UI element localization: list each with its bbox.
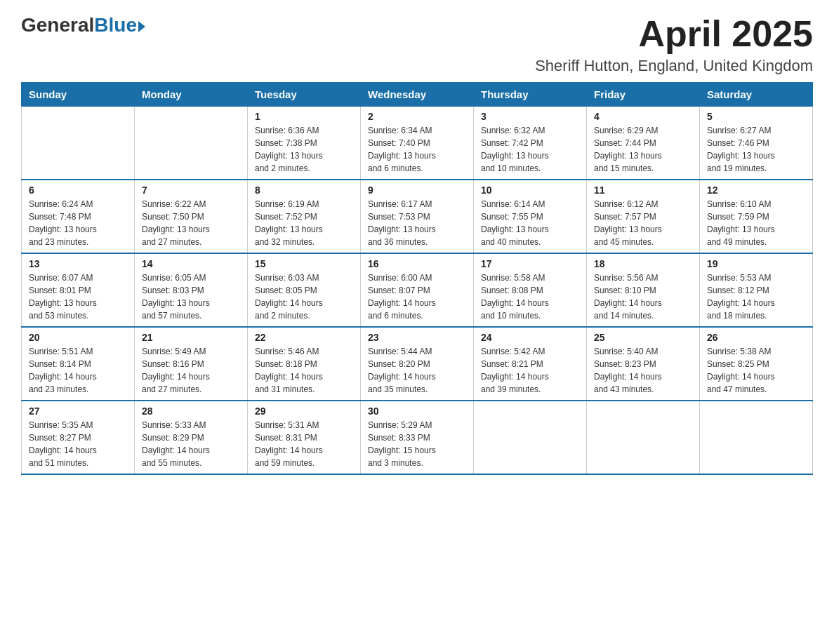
day-number: 9 xyxy=(368,185,466,196)
day-number: 16 xyxy=(368,258,466,269)
calendar-cell xyxy=(700,401,813,474)
calendar-cell: 7Sunrise: 6:22 AM Sunset: 7:50 PM Daylig… xyxy=(135,180,248,253)
day-number: 1 xyxy=(255,111,353,122)
calendar-cell: 6Sunrise: 6:24 AM Sunset: 7:48 PM Daylig… xyxy=(22,180,135,253)
day-info: Sunrise: 5:33 AM Sunset: 8:29 PM Dayligh… xyxy=(142,419,240,469)
day-number: 29 xyxy=(255,405,353,417)
calendar-cell: 29Sunrise: 5:31 AM Sunset: 8:31 PM Dayli… xyxy=(248,401,361,474)
day-info: Sunrise: 5:46 AM Sunset: 8:18 PM Dayligh… xyxy=(255,345,353,396)
day-number: 8 xyxy=(255,185,353,196)
calendar-table: SundayMondayTuesdayWednesdayThursdayFrid… xyxy=(21,82,813,475)
day-number: 2 xyxy=(368,111,466,122)
calendar-cell: 20Sunrise: 5:51 AM Sunset: 8:14 PM Dayli… xyxy=(22,327,135,401)
day-info: Sunrise: 5:29 AM Sunset: 8:33 PM Dayligh… xyxy=(368,419,466,469)
calendar-cell: 23Sunrise: 5:44 AM Sunset: 8:20 PM Dayli… xyxy=(361,327,474,401)
page-header: General Blue April 2025 Sheriff Hutton, … xyxy=(21,14,813,75)
day-number: 5 xyxy=(707,111,805,122)
calendar-cell: 21Sunrise: 5:49 AM Sunset: 8:16 PM Dayli… xyxy=(135,327,248,401)
calendar-week-row: 1Sunrise: 6:36 AM Sunset: 7:38 PM Daylig… xyxy=(22,107,813,180)
day-info: Sunrise: 5:31 AM Sunset: 8:31 PM Dayligh… xyxy=(255,419,353,469)
day-info: Sunrise: 6:36 AM Sunset: 7:38 PM Dayligh… xyxy=(255,124,353,175)
day-info: Sunrise: 6:34 AM Sunset: 7:40 PM Dayligh… xyxy=(368,124,466,175)
day-number: 17 xyxy=(481,258,579,269)
calendar-cell xyxy=(474,401,587,474)
calendar-cell xyxy=(587,401,700,474)
day-info: Sunrise: 6:24 AM Sunset: 7:48 PM Dayligh… xyxy=(29,198,127,248)
day-number: 21 xyxy=(142,332,240,343)
day-info: Sunrise: 5:51 AM Sunset: 8:14 PM Dayligh… xyxy=(29,345,127,396)
day-number: 3 xyxy=(481,111,579,122)
calendar-cell: 1Sunrise: 6:36 AM Sunset: 7:38 PM Daylig… xyxy=(248,107,361,180)
calendar-week-row: 13Sunrise: 6:07 AM Sunset: 8:01 PM Dayli… xyxy=(22,253,813,327)
day-number: 25 xyxy=(594,332,692,343)
calendar-cell: 26Sunrise: 5:38 AM Sunset: 8:25 PM Dayli… xyxy=(700,327,813,401)
day-number: 28 xyxy=(142,405,240,417)
calendar-cell: 28Sunrise: 5:33 AM Sunset: 8:29 PM Dayli… xyxy=(135,401,248,474)
day-info: Sunrise: 5:56 AM Sunset: 8:10 PM Dayligh… xyxy=(594,271,692,322)
calendar-cell: 25Sunrise: 5:40 AM Sunset: 8:23 PM Dayli… xyxy=(587,327,700,401)
calendar-cell: 11Sunrise: 6:12 AM Sunset: 7:57 PM Dayli… xyxy=(587,180,700,253)
calendar-cell: 16Sunrise: 6:00 AM Sunset: 8:07 PM Dayli… xyxy=(361,253,474,327)
calendar-cell: 2Sunrise: 6:34 AM Sunset: 7:40 PM Daylig… xyxy=(361,107,474,180)
day-number: 6 xyxy=(29,185,127,196)
day-number: 23 xyxy=(368,332,466,343)
logo-general-text: General xyxy=(21,14,94,36)
calendar-cell: 4Sunrise: 6:29 AM Sunset: 7:44 PM Daylig… xyxy=(587,107,700,180)
day-info: Sunrise: 5:53 AM Sunset: 8:12 PM Dayligh… xyxy=(707,271,805,322)
weekday-header-sunday: Sunday xyxy=(22,83,135,107)
calendar-cell: 18Sunrise: 5:56 AM Sunset: 8:10 PM Dayli… xyxy=(587,253,700,327)
day-number: 13 xyxy=(29,258,127,269)
weekday-header-monday: Monday xyxy=(135,83,248,107)
day-info: Sunrise: 6:05 AM Sunset: 8:03 PM Dayligh… xyxy=(142,271,240,322)
weekday-header-row: SundayMondayTuesdayWednesdayThursdayFrid… xyxy=(22,83,813,107)
day-info: Sunrise: 5:49 AM Sunset: 8:16 PM Dayligh… xyxy=(142,345,240,396)
day-info: Sunrise: 5:58 AM Sunset: 8:08 PM Dayligh… xyxy=(481,271,579,322)
weekday-header-thursday: Thursday xyxy=(474,83,587,107)
day-number: 18 xyxy=(594,258,692,269)
logo-blue-text: Blue xyxy=(94,14,137,36)
calendar-cell: 5Sunrise: 6:27 AM Sunset: 7:46 PM Daylig… xyxy=(700,107,813,180)
day-info: Sunrise: 5:40 AM Sunset: 8:23 PM Dayligh… xyxy=(594,345,692,396)
day-number: 4 xyxy=(594,111,692,122)
calendar-cell xyxy=(135,107,248,180)
calendar-week-row: 6Sunrise: 6:24 AM Sunset: 7:48 PM Daylig… xyxy=(22,180,813,253)
day-info: Sunrise: 6:10 AM Sunset: 7:59 PM Dayligh… xyxy=(707,198,805,248)
calendar-cell: 13Sunrise: 6:07 AM Sunset: 8:01 PM Dayli… xyxy=(22,253,135,327)
day-number: 26 xyxy=(707,332,805,343)
calendar-cell: 27Sunrise: 5:35 AM Sunset: 8:27 PM Dayli… xyxy=(22,401,135,474)
calendar-cell: 19Sunrise: 5:53 AM Sunset: 8:12 PM Dayli… xyxy=(700,253,813,327)
day-number: 24 xyxy=(481,332,579,343)
calendar-week-row: 20Sunrise: 5:51 AM Sunset: 8:14 PM Dayli… xyxy=(22,327,813,401)
weekday-header-wednesday: Wednesday xyxy=(361,83,474,107)
day-info: Sunrise: 6:17 AM Sunset: 7:53 PM Dayligh… xyxy=(368,198,466,248)
weekday-header-friday: Friday xyxy=(587,83,700,107)
day-info: Sunrise: 6:32 AM Sunset: 7:42 PM Dayligh… xyxy=(481,124,579,175)
calendar-cell: 17Sunrise: 5:58 AM Sunset: 8:08 PM Dayli… xyxy=(474,253,587,327)
calendar-cell: 8Sunrise: 6:19 AM Sunset: 7:52 PM Daylig… xyxy=(248,180,361,253)
day-number: 11 xyxy=(594,185,692,196)
weekday-header-tuesday: Tuesday xyxy=(248,83,361,107)
day-info: Sunrise: 5:42 AM Sunset: 8:21 PM Dayligh… xyxy=(481,345,579,396)
calendar-week-row: 27Sunrise: 5:35 AM Sunset: 8:27 PM Dayli… xyxy=(22,401,813,474)
day-info: Sunrise: 6:07 AM Sunset: 8:01 PM Dayligh… xyxy=(29,271,127,322)
calendar-cell xyxy=(22,107,135,180)
day-number: 20 xyxy=(29,332,127,343)
day-number: 7 xyxy=(142,185,240,196)
day-number: 15 xyxy=(255,258,353,269)
day-info: Sunrise: 6:27 AM Sunset: 7:46 PM Dayligh… xyxy=(707,124,805,175)
weekday-header-saturday: Saturday xyxy=(700,83,813,107)
day-info: Sunrise: 5:38 AM Sunset: 8:25 PM Dayligh… xyxy=(707,345,805,396)
calendar-cell: 15Sunrise: 6:03 AM Sunset: 8:05 PM Dayli… xyxy=(248,253,361,327)
day-info: Sunrise: 6:29 AM Sunset: 7:44 PM Dayligh… xyxy=(594,124,692,175)
day-number: 14 xyxy=(142,258,240,269)
month-title: April 2025 xyxy=(535,14,813,54)
calendar-cell: 22Sunrise: 5:46 AM Sunset: 8:18 PM Dayli… xyxy=(248,327,361,401)
day-info: Sunrise: 5:35 AM Sunset: 8:27 PM Dayligh… xyxy=(29,419,127,469)
day-info: Sunrise: 6:22 AM Sunset: 7:50 PM Dayligh… xyxy=(142,198,240,248)
calendar-cell: 24Sunrise: 5:42 AM Sunset: 8:21 PM Dayli… xyxy=(474,327,587,401)
day-number: 12 xyxy=(707,185,805,196)
calendar-cell: 30Sunrise: 5:29 AM Sunset: 8:33 PM Dayli… xyxy=(361,401,474,474)
calendar-cell: 14Sunrise: 6:05 AM Sunset: 8:03 PM Dayli… xyxy=(135,253,248,327)
day-number: 10 xyxy=(481,185,579,196)
day-info: Sunrise: 6:14 AM Sunset: 7:55 PM Dayligh… xyxy=(481,198,579,248)
